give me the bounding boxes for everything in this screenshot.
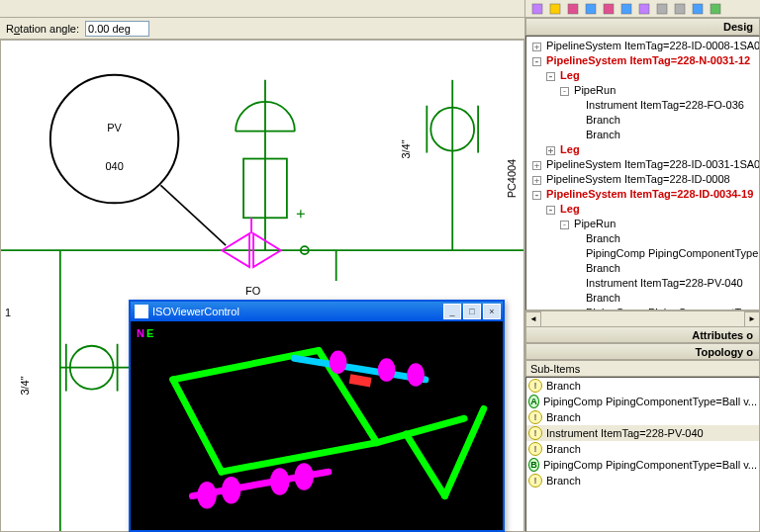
tree-node[interactable]: + Leg [528,142,757,157]
tree-toggle-icon[interactable]: + [532,161,541,170]
tree-toggle-icon[interactable]: - [546,72,555,81]
tree-label: Branch [586,114,620,126]
list-label: Branch [546,443,581,455]
rotation-input[interactable] [85,21,149,37]
svg-rect-10 [711,4,720,14]
scroll-right-icon[interactable]: ► [744,311,760,327]
ico-i-button[interactable] [672,1,688,17]
tree-label: PipelineSystem ItemTag=228-ID-0008-1SA0S… [546,40,760,51]
ico-g-button[interactable] [636,1,652,17]
tree-node[interactable]: - PipelineSystem ItemTag=228-ID-0034-19 [528,187,757,202]
status-icon: ! [528,474,542,488]
tree-label: Branch [586,262,620,274]
valve-label: FO [245,285,260,297]
tree-label: PipelineSystem ItemTag=228-N-0031-12 [546,54,750,66]
tree-node[interactable]: + PipelineSystem ItemTag=228-ID-0031-1SA… [528,157,757,172]
svg-point-25 [50,75,178,203]
ico-f-button[interactable] [618,1,634,17]
tree-label: Branch [586,129,620,140]
toolbar-right [524,0,760,17]
iso-titlebar[interactable]: ISOViewerControl _ □ × [131,302,503,321]
design-tree[interactable]: + PipelineSystem ItemTag=228-ID-0008-1SA… [525,36,760,310]
subitems-list[interactable]: !BranchAPipingComp PipingComponentType=B… [525,377,760,532]
tree-node[interactable]: Branch [528,128,757,142]
tree-node[interactable]: + PipelineSystem ItemTag=228-ID-0008 [528,172,757,187]
ico-e-button[interactable] [601,1,617,17]
tree-toggle-icon[interactable]: - [560,87,569,96]
tree-node[interactable]: - PipelineSystem ItemTag=228-N-0031-12 [528,53,757,68]
ico-c-button[interactable] [565,1,581,17]
bubble-text-2: 040 [105,160,123,172]
tree-node[interactable]: PipingComp PipingComponentType [528,246,757,261]
ico-k-button[interactable] [708,1,723,17]
list-item[interactable]: APipingComp PipingComponentType=Ball v..… [526,394,759,409]
tag-right: PC4004 [506,159,518,199]
list-item[interactable]: BPipingComp PipingComponentType=Ball v..… [526,457,759,473]
svg-rect-4 [604,4,614,14]
status-icon: ! [528,410,542,424]
ico-a-button[interactable] [529,1,545,17]
tree-node[interactable]: + PipelineSystem ItemTag=228-ID-0008-1SA… [528,39,757,53]
size-left: 3/4" [19,376,31,395]
tree-toggle-icon[interactable]: + [532,176,541,185]
list-item[interactable]: !Branch [526,378,759,394]
svg-rect-2 [568,4,578,14]
tree-toggle-icon[interactable]: + [546,146,555,155]
tree-node[interactable]: - Leg [528,68,757,83]
svg-rect-6 [639,4,649,14]
tree-hscroll[interactable]: ◄ ► [525,310,760,326]
svg-point-33 [407,363,425,387]
iso-viewer-window[interactable]: ISOViewerControl _ □ × NE [129,300,505,532]
maximize-button[interactable]: □ [463,304,481,319]
svg-text:1: 1 [5,307,11,318]
tree-toggle-icon[interactable]: - [546,206,555,215]
tree-node[interactable]: - PipeRun [528,83,757,98]
svg-line-26 [160,185,226,245]
svg-point-34 [330,350,347,374]
tree-toggle-icon[interactable]: - [532,57,541,66]
ico-b-button[interactable] [547,1,563,17]
tree-node[interactable]: - PipeRun [528,217,757,231]
list-label: PipingComp PipingComponentType=Ball v... [543,459,757,471]
tree-node[interactable]: Branch [528,231,757,246]
compass-icon: NE [137,327,153,339]
ico-d-button[interactable] [583,1,599,17]
tree-toggle-icon[interactable]: - [560,221,569,229]
status-icon: ! [528,426,542,440]
list-item[interactable]: !Branch [526,473,759,488]
top-toolbar [0,0,760,18]
list-item[interactable]: !Branch [526,409,759,425]
tree-node[interactable]: Instrument ItemTag=228-PV-040 [528,276,757,291]
status-icon: A [528,395,539,408]
status-icon: ! [528,379,542,393]
iso-viewport[interactable]: NE [131,321,503,530]
tree-label: Instrument ItemTag=228-PV-040 [586,277,743,289]
tree-node[interactable]: - Leg [528,202,757,217]
tree-node[interactable]: Branch [528,113,757,128]
close-button[interactable]: × [483,304,501,319]
tree-node[interactable]: Branch [528,291,757,306]
list-label: Instrument ItemTag=228-PV-040 [546,427,704,439]
ico-j-button[interactable] [690,1,706,17]
svg-point-32 [378,358,396,382]
list-label: Branch [546,475,581,487]
scroll-left-icon[interactable]: ◄ [525,311,541,327]
tree-label: PipelineSystem ItemTag=228-ID-0008 [546,173,730,185]
tree-label: Leg [560,69,580,81]
svg-rect-1 [550,4,560,14]
tree-label: Branch [586,232,620,244]
list-label: PipingComp PipingComponentType=Ball v... [543,396,757,407]
rotation-label: Rotation angle: [6,23,79,35]
tree-node[interactable]: Branch [528,261,757,276]
tree-label: Leg [560,203,580,215]
tree-label: PipingComp PipingComponentType [586,247,758,259]
tree-toggle-icon[interactable]: + [532,43,541,51]
list-item[interactable]: !Branch [526,441,759,457]
tree-toggle-icon[interactable]: - [532,191,541,200]
tree-label: Leg [560,143,580,155]
list-item[interactable]: !Instrument ItemTag=228-PV-040 [526,425,759,441]
tree-label: PipelineSystem ItemTag=228-ID-0031-1SA0S… [546,158,760,170]
tree-node[interactable]: Instrument ItemTag=228-FO-036 [528,98,757,113]
ico-h-button[interactable] [654,1,670,17]
minimize-button[interactable]: _ [443,304,461,319]
